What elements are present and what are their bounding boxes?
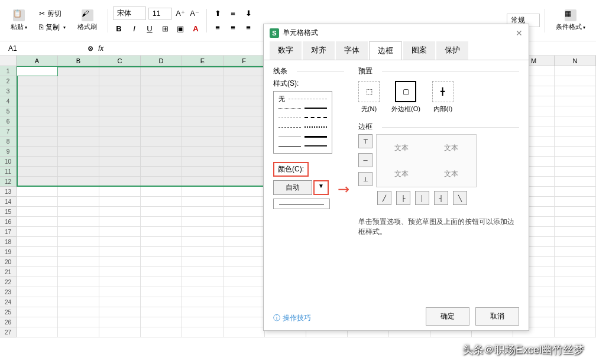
- cell[interactable]: [224, 327, 265, 337]
- cell[interactable]: [58, 86, 99, 96]
- cut-button[interactable]: ✂剪切: [35, 8, 69, 20]
- cell[interactable]: [224, 177, 265, 187]
- cell[interactable]: [141, 277, 182, 287]
- cell[interactable]: [141, 96, 182, 106]
- font-color-button[interactable]: A: [190, 22, 202, 34]
- cell[interactable]: [17, 277, 58, 287]
- cell[interactable]: [99, 317, 141, 327]
- row-header[interactable]: 2: [0, 76, 17, 86]
- cell[interactable]: [17, 217, 58, 227]
- cell[interactable]: [58, 167, 99, 177]
- cell[interactable]: [141, 267, 182, 277]
- cell[interactable]: [182, 287, 224, 297]
- cell[interactable]: [58, 116, 99, 126]
- cell[interactable]: [182, 86, 224, 96]
- cell[interactable]: [182, 167, 224, 177]
- row-header[interactable]: 26: [0, 317, 17, 327]
- preset-outside-button[interactable]: ▢外边框(O): [391, 81, 420, 113]
- cell[interactable]: [58, 76, 99, 86]
- cell[interactable]: [141, 116, 182, 126]
- cell[interactable]: [555, 277, 596, 287]
- cell[interactable]: [17, 66, 58, 76]
- cell[interactable]: [141, 287, 182, 297]
- cell[interactable]: [58, 247, 99, 257]
- cell[interactable]: [555, 116, 596, 126]
- cell[interactable]: [141, 227, 182, 237]
- cell[interactable]: [182, 277, 224, 287]
- increase-font-button[interactable]: A⁺: [174, 8, 186, 20]
- cell[interactable]: [182, 227, 224, 237]
- row-header[interactable]: 5: [0, 106, 17, 116]
- row-header[interactable]: 8: [0, 136, 17, 147]
- cell[interactable]: [182, 237, 224, 247]
- cell[interactable]: [17, 317, 58, 327]
- border-button[interactable]: ⊞: [159, 22, 171, 34]
- border-top-button[interactable]: ⊤: [358, 134, 372, 148]
- cell[interactable]: [17, 227, 58, 237]
- bold-button[interactable]: B: [113, 22, 125, 34]
- cell[interactable]: [555, 237, 596, 247]
- row-header[interactable]: 19: [0, 247, 17, 257]
- font-size-select[interactable]: 11: [148, 8, 172, 20]
- cell[interactable]: [224, 126, 265, 136]
- cell[interactable]: [555, 227, 596, 237]
- row-header[interactable]: 13: [0, 187, 17, 197]
- cell[interactable]: [141, 177, 182, 187]
- cell[interactable]: [555, 106, 596, 116]
- cell[interactable]: [555, 187, 596, 197]
- cell[interactable]: [99, 297, 141, 307]
- cell[interactable]: [58, 227, 99, 237]
- cell[interactable]: [17, 307, 58, 317]
- cell[interactable]: [182, 116, 224, 126]
- cell[interactable]: [17, 247, 58, 257]
- col-header[interactable]: N: [555, 56, 596, 66]
- cell[interactable]: [555, 317, 596, 327]
- cell[interactable]: [555, 136, 596, 147]
- cell[interactable]: [141, 147, 182, 157]
- row-header[interactable]: 20: [0, 257, 17, 267]
- cell[interactable]: [58, 136, 99, 147]
- cell[interactable]: [99, 167, 141, 177]
- align-left-button[interactable]: ≡: [212, 22, 224, 34]
- paste-button[interactable]: 📋 粘贴▾: [7, 8, 31, 32]
- cell[interactable]: [141, 297, 182, 307]
- cell[interactable]: [99, 237, 141, 247]
- cell[interactable]: [17, 136, 58, 147]
- cell[interactable]: [182, 197, 224, 207]
- border-left-button[interactable]: ├: [396, 191, 410, 205]
- cell[interactable]: [58, 327, 99, 337]
- cell[interactable]: [224, 257, 265, 267]
- cell[interactable]: [99, 116, 141, 126]
- cell[interactable]: [141, 197, 182, 207]
- cell[interactable]: [555, 167, 596, 177]
- cell[interactable]: [141, 187, 182, 197]
- cell[interactable]: [224, 147, 265, 157]
- row-header[interactable]: 9: [0, 147, 17, 157]
- cell[interactable]: [555, 197, 596, 207]
- cell[interactable]: [99, 277, 141, 287]
- cell[interactable]: [141, 66, 182, 76]
- cell[interactable]: [141, 257, 182, 267]
- cancel-formula-icon[interactable]: ⊗: [88, 44, 93, 53]
- cell[interactable]: [555, 96, 596, 106]
- cell[interactable]: [224, 227, 265, 237]
- tips-link[interactable]: ⓘ操作技巧: [273, 313, 311, 323]
- format-brush-button[interactable]: 🖌 格式刷: [74, 8, 101, 32]
- cell[interactable]: [141, 307, 182, 317]
- cell[interactable]: [182, 317, 224, 327]
- cell[interactable]: [182, 147, 224, 157]
- cell[interactable]: [182, 126, 224, 136]
- tab-图案[interactable]: 图案: [403, 41, 435, 60]
- cell[interactable]: [99, 197, 141, 207]
- cell[interactable]: [99, 136, 141, 147]
- row-header[interactable]: 12: [0, 177, 17, 187]
- col-header[interactable]: C: [99, 56, 141, 66]
- cell[interactable]: [58, 267, 99, 277]
- col-header[interactable]: B: [58, 56, 99, 66]
- cell[interactable]: [141, 76, 182, 86]
- cell[interactable]: [17, 147, 58, 157]
- italic-button[interactable]: I: [128, 22, 140, 34]
- fx-icon[interactable]: fx: [98, 44, 103, 53]
- cell[interactable]: [182, 96, 224, 106]
- close-icon[interactable]: ✕: [516, 28, 523, 38]
